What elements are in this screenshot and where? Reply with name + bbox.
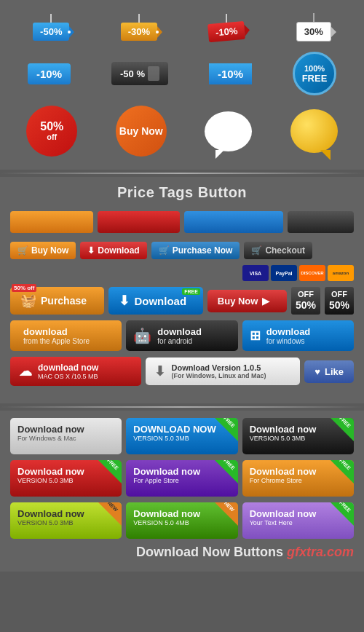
tag-blue2-ribbon-10: -10% <box>209 63 252 84</box>
cart-icon: 🛒 <box>159 245 170 256</box>
download-icon: ⬇ <box>119 293 130 309</box>
bar-red <box>98 211 181 233</box>
dl-version-sub: (For Windows, Linux and Mac) <box>171 372 266 379</box>
dl-btn-red-5-3[interactable]: Download now VERSION 5.0 3MB FREE <box>10 460 122 497</box>
section-divider-2 <box>0 406 364 408</box>
tag-white-30: 30% <box>296 13 331 42</box>
tag-label: 30% <box>304 26 323 37</box>
purchase-button[interactable]: 🧺 Purchase 50% off <box>10 287 104 315</box>
tag-orange-30: -30% <box>121 14 157 41</box>
btn-label: Checkout <box>265 245 305 256</box>
gfx-site-label: gfxtra.com <box>287 545 354 559</box>
checkout-button[interactable]: 🛒 Checkout <box>244 242 312 259</box>
bottom-section: Download now For Windows & Mac DOWNLOAD … <box>0 411 364 572</box>
tag-label: -50 % <box>120 68 145 79</box>
tag-blue-50: -50% <box>33 14 69 41</box>
btn-label: Download <box>98 245 139 256</box>
apple-dl-sub: from the Apple Store <box>23 337 90 345</box>
download-button-mid[interactable]: ⬇ Download FREE <box>108 287 202 315</box>
tag-seal-free: 100% FREE <box>293 52 336 95</box>
dl-btn-apple-store[interactable]: Download now For Apple Store FREE <box>126 460 237 497</box>
windows-download-button[interactable]: ⊞ download for windows <box>242 320 354 351</box>
free-badge: FREE <box>182 288 200 295</box>
like-label: Like <box>325 366 344 377</box>
btn-label: Purchase Now <box>173 245 233 256</box>
top-section: -50% -30% -10% 30% <box>0 0 364 170</box>
discover-icon: DISCOVER <box>299 265 325 281</box>
android-dl-sub: for android <box>157 337 202 345</box>
pct-badge: 50% off <box>12 284 36 292</box>
apple-dl-label: download <box>23 326 90 337</box>
download-button-sm[interactable]: ⬇ Download <box>80 242 146 259</box>
bubble-white <box>205 111 252 151</box>
dl-btn-row-7: Download now VERSION 5.0 3MB NEW Downloa… <box>10 502 354 539</box>
tag-label: -10% <box>218 68 243 80</box>
sticker-label: 50% <box>40 121 63 133</box>
off-pct: 50% <box>329 299 349 312</box>
btn-row-2: 🧺 Purchase 50% off ⬇ Download FREE Buy N… <box>10 287 354 315</box>
tag-label: -10% <box>36 68 62 80</box>
visa-icon: VISA <box>242 265 269 281</box>
amazon-icon: amazon <box>328 265 354 281</box>
dl-version-label: Download Version 1.0.5 <box>171 363 266 372</box>
tag-red-10: -10% <box>208 14 245 41</box>
windows-dl-label: download <box>266 326 311 337</box>
dl-btn-dark-5-3[interactable]: Download now VERSION 5.0 3MB FREE <box>242 418 354 454</box>
download-icon: ⬇ <box>87 245 95 256</box>
dl-btn-row-6: Download now VERSION 5.0 3MB FREE Downlo… <box>10 460 354 497</box>
android-download-button[interactable]: 🤖 download for android <box>126 320 237 351</box>
btn-row-1: 🛒 Buy Now ⬇ Download 🛒 Purchase Now 🛒 Ch… <box>10 242 354 259</box>
sticker-label: Buy Now <box>119 125 163 137</box>
dl-version-button[interactable]: ⬇ Download Version 1.0.5 (For Windows, L… <box>146 358 300 385</box>
sticker-buy-now[interactable]: Buy Now <box>116 106 167 157</box>
off-label: OFF <box>296 290 316 299</box>
dl-version-icon: ⬇ <box>154 363 165 379</box>
tag-label-line1: 100% <box>304 64 325 73</box>
payment-icons-row: VISA PayPal DISCOVER amazon <box>10 265 354 281</box>
apple-download-button[interactable]: download from the Apple Store <box>10 320 122 351</box>
dl-now-mac-button[interactable]: ☁ download now MAC OS X /10.5 MB <box>10 357 141 386</box>
dl-btn-sub: For Windows & Mac <box>17 435 114 442</box>
footer-label: Download Now Buttons <box>136 545 283 559</box>
dl-btn-chrome-store[interactable]: Download now For Chrome Store FREE <box>242 460 354 497</box>
buy-now-button[interactable]: 🛒 Buy Now <box>10 242 76 259</box>
like-button[interactable]: ♥ Like <box>304 360 354 383</box>
dl-now-label: download now <box>38 363 98 373</box>
btn-label: Buy Now <box>31 245 68 256</box>
arrow-icon: ▶ <box>262 296 269 307</box>
bubble-yellow <box>290 109 338 153</box>
tag-label-line2: FREE <box>302 73 328 84</box>
paypal-icon: PayPal <box>271 265 297 281</box>
windows-dl-sub: for windows <box>266 337 311 345</box>
tag-blue-ribbon-10: -10% <box>28 63 71 84</box>
bar-orange <box>10 211 93 233</box>
dl-btn-green-5-4[interactable]: Download now VERSION 5.0 4MB NEW <box>126 502 237 539</box>
dl-btn-lavender-custom[interactable]: Download now Your Text Here FREE <box>242 502 354 539</box>
sticker-sublabel: off <box>47 133 57 141</box>
dl-btn-lime-5-3[interactable]: Download now VERSION 5.0 3MB NEW <box>10 502 122 539</box>
cloud-icon: ☁ <box>19 363 32 379</box>
dl-btn-blue-5-3[interactable]: DOWNLOAD now VERSION 5.0 3MB FREE <box>126 418 237 454</box>
dl-btn-windows-mac[interactable]: Download now For Windows & Mac <box>10 418 122 454</box>
tags-row-3: 50% off Buy Now <box>7 106 357 157</box>
sticker-50-off: 50% off <box>26 106 77 157</box>
dl-btn-row-5: Download now For Windows & Mac DOWNLOAD … <box>10 418 354 454</box>
off-label: OFF <box>329 290 349 299</box>
tags-row-1: -50% -30% -10% 30% <box>7 13 357 42</box>
windows-icon: ⊞ <box>250 328 261 344</box>
mid-section: Price Tags Button 🛒 Buy Now ⬇ Download 🛒… <box>0 177 364 403</box>
cart-icon: 🛒 <box>251 245 262 256</box>
dl-btn-title: Download now <box>17 424 114 435</box>
buy-now-arrow-button[interactable]: Buy Now ▶ <box>207 290 287 312</box>
android-icon: 🤖 <box>133 327 151 344</box>
off-tag-1: OFF 50% <box>291 287 320 315</box>
bar-dark <box>288 211 354 233</box>
cart-icon: 🛒 <box>17 245 28 256</box>
section-divider <box>0 173 364 174</box>
basket-icon: 🧺 <box>20 293 36 309</box>
bottom-title: Download Now Buttons gfxtra.com <box>10 545 354 560</box>
tags-row-2: -10% -50 % -10% 100% FREE <box>7 52 357 95</box>
tag-label: -50% <box>40 26 62 37</box>
tag-label: -10% <box>215 25 239 39</box>
purchase-now-button[interactable]: 🛒 Purchase Now <box>151 242 240 259</box>
